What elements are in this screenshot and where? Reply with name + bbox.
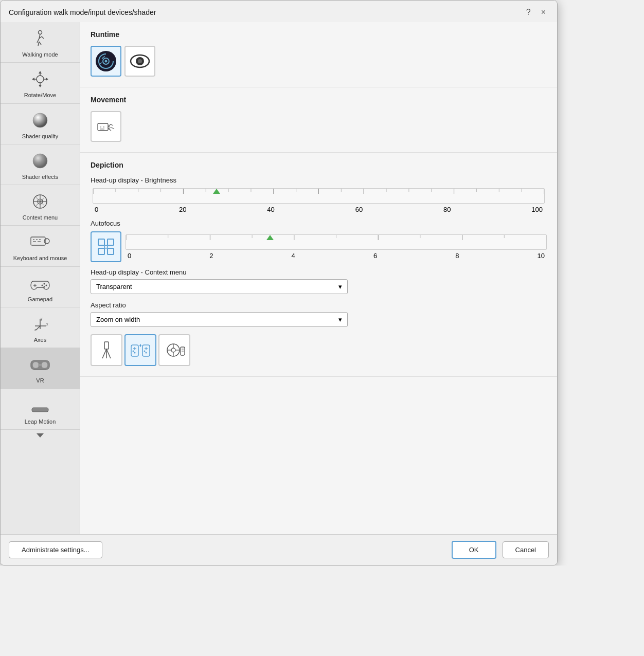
svg-point-36	[46, 284, 47, 286]
svg-point-119	[146, 352, 147, 354]
title-bar: Configuration walk mode/input devices/sh…	[1, 1, 557, 22]
svg-line-107	[102, 349, 106, 358]
sidebar-item-gamepad[interactable]: Gamepad	[1, 267, 80, 307]
brightness-label-60: 60	[355, 206, 363, 213]
sidebar-item-shader-effects[interactable]: Shader effects	[1, 144, 80, 185]
svg-rect-24	[31, 237, 45, 245]
right-panel: Runtime	[80, 22, 557, 534]
movement-button[interactable]	[91, 111, 121, 142]
sidebar-label-axes: Axes	[34, 336, 46, 343]
svg-marker-9	[39, 71, 42, 74]
sidebar-item-vr[interactable]: VR	[1, 348, 80, 389]
aspect-ratio-container: Aspect ratio Zoom on width ▾	[91, 301, 547, 327]
sidebar-label-gamepad: Gamepad	[28, 296, 52, 303]
controllers-button[interactable]	[124, 334, 156, 366]
aspect-ratio-chevron: ▾	[338, 316, 342, 323]
context-menu-dropdown[interactable]: Transparent ▾	[91, 279, 348, 294]
svg-point-16	[33, 113, 47, 127]
movement-title: Movement	[91, 96, 547, 104]
svg-marker-120	[139, 344, 141, 347]
wheel-controller-button[interactable]	[158, 334, 190, 366]
svg-text:y: y	[41, 317, 43, 321]
sidebar-label-shader-quality: Shader quality	[22, 133, 58, 140]
svg-point-35	[44, 283, 45, 284]
hud-brightness-container: Head-up display - Brightness	[91, 176, 547, 213]
brightness-ruler[interactable]	[93, 188, 545, 204]
close-button[interactable]: ×	[538, 7, 549, 18]
context-menu-icon	[30, 191, 50, 212]
help-button[interactable]: ?	[523, 7, 534, 18]
autofocus-label: Autofocus	[91, 220, 547, 227]
context-menu-chevron: ▾	[338, 283, 342, 290]
autofocus-ruler[interactable]	[126, 234, 547, 250]
svg-point-38	[44, 286, 45, 287]
svg-rect-88	[98, 239, 104, 245]
window-title: Configuration walk mode/input devices/sh…	[9, 8, 156, 16]
sidebar-item-walking-mode[interactable]: Walking mode	[1, 22, 80, 63]
svg-line-6	[39, 42, 41, 45]
rotate-move-icon	[30, 69, 50, 89]
walking-icon	[30, 28, 50, 49]
svg-point-0	[39, 31, 42, 34]
svg-rect-90	[108, 239, 114, 245]
svg-rect-115	[142, 345, 150, 356]
aspect-ratio-label: Aspect ratio	[91, 301, 547, 309]
brightness-label-100: 100	[531, 206, 543, 213]
shader-quality-icon	[30, 110, 50, 131]
svg-point-56	[138, 59, 142, 63]
sidebar-label-shader-effects: Shader effects	[22, 173, 59, 180]
svg-point-53	[105, 60, 108, 63]
runtime-buttons	[91, 46, 547, 77]
ok-button[interactable]: OK	[452, 541, 496, 559]
sidebar-item-context-menu[interactable]: Context menu	[1, 185, 80, 226]
svg-marker-15	[46, 78, 48, 81]
svg-rect-110	[131, 345, 138, 356]
context-menu-value: Transparent	[96, 283, 132, 290]
autofocus-label-0: 0	[128, 252, 131, 260]
svg-point-37	[42, 284, 43, 286]
svg-line-63	[111, 127, 114, 129]
svg-point-113	[133, 351, 134, 352]
vr-icon	[30, 354, 50, 375]
svg-marker-87	[213, 189, 220, 194]
autofocus-label-10: 10	[537, 252, 544, 260]
sidebar-item-rotate-move[interactable]: Rotate/Move	[1, 63, 80, 103]
svg-rect-91	[108, 248, 114, 254]
gamepad-icon	[30, 273, 50, 294]
svg-text:x: x	[46, 322, 48, 326]
autofocus-icon-button[interactable]	[91, 231, 121, 262]
depiction-section: Depiction Head-up display - Brightness	[80, 153, 557, 377]
svg-line-5	[38, 42, 39, 46]
svg-line-109	[106, 349, 111, 358]
sidebar-label-walking-mode: Walking mode	[22, 51, 58, 58]
title-buttons: ? ×	[523, 7, 549, 18]
steam-button[interactable]	[91, 46, 121, 77]
administrate-settings-button[interactable]: Administrate settings...	[9, 541, 102, 558]
axes-icon: x y z	[30, 314, 50, 334]
svg-line-41	[36, 326, 40, 330]
stand-button[interactable]	[91, 334, 122, 366]
depiction-title: Depiction	[91, 161, 547, 169]
icon-buttons-row	[91, 334, 547, 366]
autofocus-label-6: 6	[373, 252, 377, 260]
oculus-button[interactable]	[124, 46, 155, 77]
keyboard-mouse-icon	[30, 232, 50, 252]
svg-rect-49	[32, 408, 48, 412]
svg-rect-89	[98, 248, 104, 254]
brightness-label-40: 40	[267, 206, 274, 213]
sidebar-item-axes[interactable]: x y z Axes	[1, 307, 80, 348]
sidebar-scroll-down[interactable]	[1, 430, 80, 441]
bottom-bar: Administrate settings... OK Cancel	[1, 534, 557, 565]
cancel-button[interactable]: Cancel	[503, 541, 549, 558]
sidebar-item-leap-motion[interactable]: Leap Motion	[1, 389, 80, 430]
svg-line-64	[108, 129, 111, 131]
svg-rect-47	[42, 362, 47, 368]
aspect-ratio-dropdown[interactable]: Zoom on width ▾	[91, 312, 348, 327]
svg-point-114	[134, 352, 136, 354]
sidebar: Walking mode	[1, 22, 80, 534]
sidebar-item-shader-quality[interactable]: Shader quality	[1, 104, 80, 144]
sidebar-item-keyboard-mouse[interactable]: Keyboard and mouse	[1, 226, 80, 266]
svg-rect-48	[38, 364, 42, 366]
svg-marker-11	[39, 85, 42, 87]
svg-line-4	[42, 37, 44, 39]
